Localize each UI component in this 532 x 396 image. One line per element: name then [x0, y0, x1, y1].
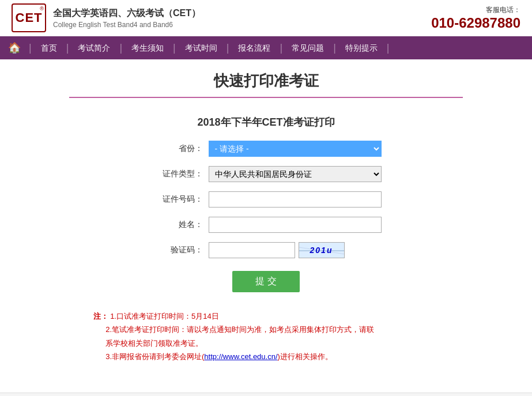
- site-title-main: 全国大学英语四、六级考试（CET）: [53, 7, 201, 20]
- name-control: [209, 217, 382, 233]
- submit-row: 提 交: [93, 267, 439, 292]
- site-title-sub: College English Test Band4 and Band6: [53, 21, 201, 29]
- main-content: 快速打印准考证 2018年下半年CET准考证打印 省份： - 请选择 - 北京 …: [0, 59, 532, 393]
- phone-number: 010-62987880: [431, 15, 520, 31]
- notes-item-1: 1.口试准考证打印时间：5月14日: [110, 312, 219, 320]
- notes-link[interactable]: http://www.cet.edu.cn/: [204, 352, 277, 361]
- logo: CET ®: [12, 3, 46, 32]
- nav-item-notice[interactable]: 考生须知: [122, 36, 173, 59]
- id-type-row: 证件类型： 中华人民共和国居民身份证 护照 港澳居民来往内地通行证: [93, 166, 439, 182]
- site-header: CET ® 全国大学英语四、六级考试（CET） College English …: [0, 0, 532, 36]
- header-contact: 客服电话： 010-62987880: [431, 5, 520, 31]
- nav-item-home[interactable]: 首页: [32, 36, 66, 59]
- main-nav: 🏠 | 首页 | 考试简介 | 考生须知 | 考试时间 | 报名流程 | 常见问…: [0, 36, 532, 59]
- nav-item-register[interactable]: 报名流程: [229, 36, 280, 59]
- id-type-select[interactable]: 中华人民共和国居民身份证 护照 港澳居民来往内地通行证: [209, 166, 382, 182]
- id-type-control: 中华人民共和国居民身份证 护照 港澳居民来往内地通行证: [209, 166, 382, 182]
- id-number-control: [209, 191, 382, 208]
- logo-text: CET: [16, 10, 43, 25]
- nav-home-icon[interactable]: 🏠: [0, 36, 29, 59]
- captcha-label: 验证码：: [151, 245, 203, 255]
- submit-button[interactable]: 提 交: [232, 271, 299, 292]
- nav-item-time[interactable]: 考试时间: [176, 36, 227, 59]
- name-row: 姓名：: [93, 217, 439, 233]
- site-footer: COPYRIGHT 中华人民共和国教育部考试中心 All RIGHTS RESE…: [0, 393, 532, 396]
- form-title: 2018年下半年CET准考证打印: [93, 115, 439, 129]
- province-row: 省份： - 请选择 - 北京 上海 广东 江苏 浙江: [93, 141, 439, 157]
- captcha-image[interactable]: 201u: [299, 242, 345, 258]
- id-number-input[interactable]: [209, 191, 382, 208]
- notes-item-2-part1: 2.笔试准考证打印时间：请以考点通知时间为准，如考点采用集体打印方式，请联: [105, 325, 374, 334]
- notes-item-2-part2: 系学校相关部门领取准考证。: [105, 339, 203, 348]
- captcha-row: 验证码： 201u: [93, 242, 439, 258]
- notes-section: 注： 1.口试准考证打印时间：5月14日 2.笔试准考证打印时间：请以考点通知时…: [93, 310, 439, 364]
- province-label: 省份：: [151, 144, 203, 154]
- page-title: 快速打印准考证: [69, 71, 463, 98]
- name-label: 姓名：: [151, 220, 203, 230]
- province-select[interactable]: - 请选择 - 北京 上海 广东 江苏 浙江: [209, 141, 382, 157]
- province-control: - 请选择 - 北京 上海 广东 江苏 浙江: [209, 141, 382, 157]
- header-left: CET ® 全国大学英语四、六级考试（CET） College English …: [12, 3, 201, 32]
- id-number-label: 证件号码：: [151, 194, 203, 205]
- name-input[interactable]: [209, 217, 382, 233]
- print-form-section: 2018年下半年CET准考证打印 省份： - 请选择 - 北京 上海 广东 江苏…: [93, 115, 439, 292]
- captcha-control: 201u: [209, 242, 382, 258]
- id-type-label: 证件类型：: [151, 169, 203, 179]
- notes-item-3: 3.非网报省份请到考委会网址(http://www.cet.edu.cn/)进行…: [105, 352, 333, 361]
- notes-label: 注：: [93, 312, 108, 320]
- nav-item-intro[interactable]: 考试简介: [69, 36, 119, 59]
- captcha-text: 201u: [310, 246, 333, 255]
- nav-item-tips[interactable]: 特别提示: [336, 36, 387, 59]
- id-number-row: 证件号码：: [93, 191, 439, 208]
- logo-reg: ®: [40, 6, 44, 12]
- nav-item-faq[interactable]: 常见问题: [282, 36, 333, 59]
- site-title: 全国大学英语四、六级考试（CET） College English Test B…: [53, 7, 201, 29]
- captcha-input[interactable]: [209, 242, 295, 258]
- phone-label: 客服电话：: [431, 5, 520, 15]
